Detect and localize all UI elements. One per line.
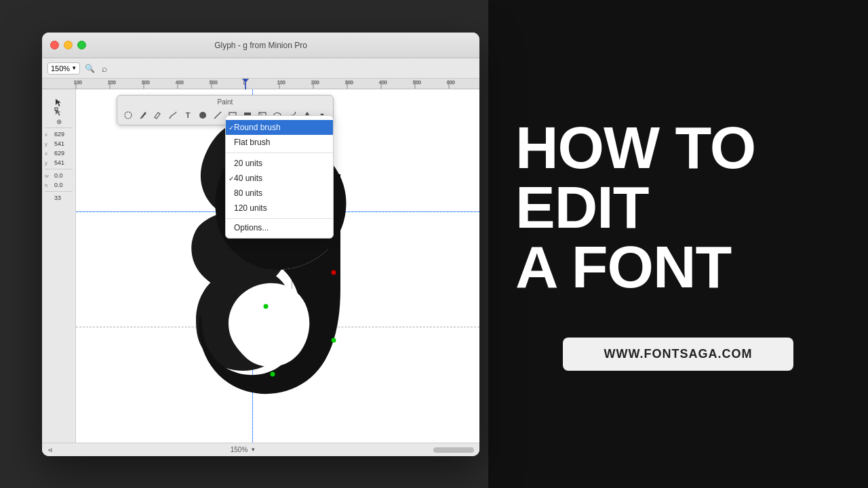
title-bar: Glyph - g from Minion Pro: [42, 33, 479, 58]
options-label: Options...: [234, 223, 269, 232]
website-text: WWW.FONTSAGA.COM: [604, 347, 753, 361]
size-80-label: 80 units: [234, 188, 262, 198]
maximize-button[interactable]: [77, 41, 86, 49]
svg-text:400: 400: [379, 80, 387, 85]
size-80-option[interactable]: 80 units: [226, 186, 333, 201]
size-20-label: 20 units: [234, 159, 262, 168]
circle-tool[interactable]: [196, 108, 210, 122]
svg-line-31: [214, 112, 221, 119]
flat-brush-option[interactable]: Flat brush: [226, 135, 333, 150]
size-120-label: 120 units: [234, 203, 267, 213]
line-tool[interactable]: [211, 108, 224, 122]
zoom-select[interactable]: 150% ▼: [47, 62, 80, 75]
window-title: Glyph - g from Minion Pro: [214, 41, 307, 50]
brush-dropdown-menu: ✓ Round brush Flat brush 20 units ✓ 40: [225, 115, 334, 239]
scrollbar-thumb[interactable]: [433, 447, 474, 453]
main-content: ⊕ x 629 y 541 x 629 y 541 w 0.0: [42, 89, 479, 443]
svg-text:200: 200: [108, 80, 116, 85]
coord-y-label: y 541: [42, 139, 75, 148]
status-zoom-value: 150%: [231, 446, 248, 453]
size-20-option[interactable]: 20 units: [226, 156, 333, 171]
zoom-value: 150%: [51, 64, 70, 73]
coord-x2-label: x 629: [42, 148, 75, 158]
check-icon: ✓: [229, 124, 234, 131]
size-40-option[interactable]: ✓ 40 units: [226, 171, 333, 186]
svg-text:100: 100: [74, 80, 82, 85]
control-point-6[interactable]: [271, 372, 275, 377]
coord-h-label: h 0.0: [42, 180, 75, 190]
find-icon[interactable]: ⌕: [99, 63, 110, 74]
options-item[interactable]: Options...: [226, 220, 333, 235]
tools-panel: ⊕ x 629 y 541 x 629 y 541 w 0.0: [42, 89, 76, 443]
menu-divider-1: [226, 152, 333, 153]
right-panel: HOW TO EDIT A FONT WWW.FONTSAGA.COM: [488, 0, 868, 488]
close-button[interactable]: [50, 41, 59, 49]
svg-point-30: [199, 112, 206, 119]
title-line-2: EDIT: [515, 174, 648, 241]
check-icon-40: ✓: [229, 175, 234, 182]
canvas-area[interactable]: Paint T: [76, 89, 479, 443]
title-line-3: A FONT: [515, 233, 731, 300]
size-40-label: 40 units: [234, 174, 262, 183]
svg-text:200: 200: [311, 80, 319, 85]
right-title: HOW TO EDIT A FONT: [515, 118, 841, 297]
text-tool[interactable]: T: [181, 108, 195, 122]
svg-point-29: [125, 112, 132, 119]
coord-y2-label: y 541: [42, 158, 75, 167]
tool-select[interactable]: [42, 98, 75, 107]
control-point-5[interactable]: [264, 304, 269, 309]
zoom-dropdown-icon: ▼: [71, 65, 77, 71]
path-tool[interactable]: [166, 108, 180, 122]
control-point-4[interactable]: [332, 270, 336, 275]
mac-window: Glyph - g from Minion Pro 150% ▼ 🔍 ⌕ 100…: [42, 33, 479, 456]
svg-text:300: 300: [142, 80, 150, 85]
website-badge[interactable]: WWW.FONTSAGA.COM: [563, 338, 793, 371]
lasso-tool[interactable]: [121, 108, 135, 122]
main-toolbar: 150% ▼ 🔍 ⌕: [42, 58, 479, 79]
status-zoom-arrow: ▼: [250, 447, 256, 453]
ruler-horizontal: 100 200 300 400 500 0 100 200 300 400 50…: [42, 79, 479, 89]
round-brush-label: Round brush: [234, 123, 281, 132]
control-point-7[interactable]: [332, 338, 336, 343]
title-line-1: HOW TO: [515, 114, 755, 181]
minimize-button[interactable]: [64, 41, 73, 49]
pen-tool[interactable]: [136, 108, 150, 122]
size-120-option[interactable]: 120 units: [226, 201, 333, 216]
eraser-tool[interactable]: [151, 108, 165, 122]
svg-text:300: 300: [345, 80, 353, 85]
brush-type-section: ✓ Round brush Flat brush: [226, 119, 333, 151]
size-section: 20 units ✓ 40 units 80 units 120 units: [226, 155, 333, 217]
traffic-lights: [50, 41, 86, 49]
svg-text:500: 500: [210, 80, 218, 85]
status-bar: ⊲ 150% ▼: [42, 443, 479, 456]
svg-text:600: 600: [447, 80, 455, 85]
zoom-in-icon[interactable]: 🔍: [84, 63, 95, 74]
flat-brush-label: Flat brush: [234, 138, 270, 147]
angle-value: 33: [42, 193, 75, 203]
svg-text:500: 500: [413, 80, 421, 85]
tool-node-select[interactable]: [42, 107, 75, 117]
menu-divider-2: [226, 218, 333, 219]
round-brush-option[interactable]: ✓ Round brush: [226, 120, 333, 135]
svg-rect-28: [55, 108, 58, 110]
svg-text:400: 400: [176, 80, 184, 85]
status-zoom-icon: ⊲: [47, 447, 53, 453]
paint-label: Paint: [121, 98, 329, 106]
tool-zoom[interactable]: ⊕: [42, 117, 75, 126]
coord-x-label: x 629: [42, 129, 75, 139]
coord-w-label: w 0.0: [42, 171, 75, 180]
svg-text:100: 100: [277, 80, 285, 85]
